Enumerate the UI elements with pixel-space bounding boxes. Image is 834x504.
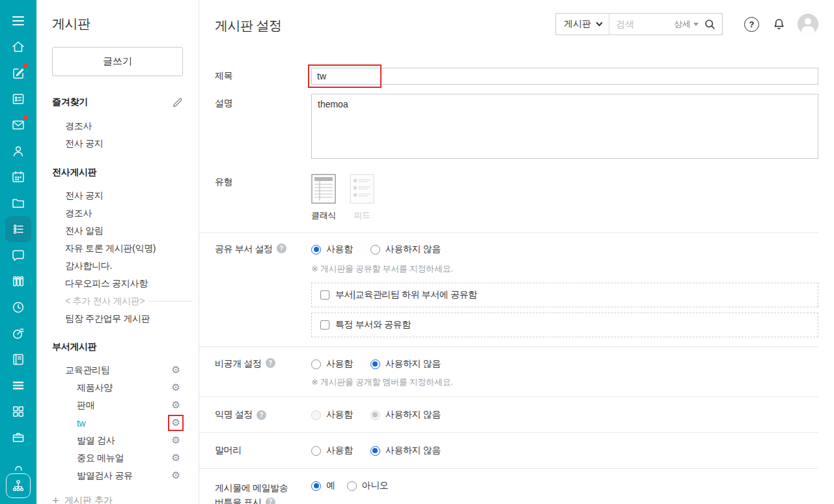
mail-icon[interactable] <box>5 112 31 138</box>
help-tooltip-icon[interactable]: ? <box>266 497 275 504</box>
board-item[interactable]: 경조사 <box>52 117 183 135</box>
help-tooltip-icon[interactable]: ? <box>266 358 275 368</box>
type-option-classic[interactable]: 클래식 <box>311 174 336 221</box>
checkbox-unchecked[interactable] <box>320 290 329 300</box>
approval-card-icon[interactable] <box>5 86 31 112</box>
field-label: 게시물에 메일발송 버튼을 표시 ? <box>215 480 311 504</box>
board-item[interactable]: 감사합니다. <box>52 257 183 275</box>
board-item[interactable]: 발열검사 공유 ⚙ <box>52 467 183 484</box>
field-mail-button-row: 게시물에 메일발송 버튼을 표시 ? 예 아니오 <box>199 469 818 504</box>
board-item[interactable]: 다우오피스 공지사항 <box>52 275 183 292</box>
help-icon[interactable]: ? <box>744 17 759 32</box>
notebook-icon[interactable] <box>5 346 31 372</box>
help-tooltip-icon[interactable]: ? <box>257 410 266 420</box>
hamburger-menu-icon[interactable] <box>5 8 31 34</box>
radio-unselected[interactable] <box>311 359 321 369</box>
board-item[interactable]: 경조사 <box>52 204 183 222</box>
gear-icon-highlighted[interactable]: ⚙ <box>171 418 180 428</box>
dept-boards-header: 부서게시판 <box>52 341 97 353</box>
home-icon[interactable] <box>5 34 31 60</box>
radio-option-yes[interactable]: 예 <box>311 480 335 492</box>
briefcase-icon[interactable] <box>5 425 31 451</box>
search-bar: 게시판 상세 <box>555 13 723 35</box>
field-label: 익명 설정 ? <box>215 409 311 421</box>
field-label: 말머리 <box>215 445 311 456</box>
classic-board-icon <box>311 174 336 204</box>
partial-arch-icon <box>14 464 23 471</box>
board-item[interactable]: 전사 알림 <box>52 222 183 240</box>
field-share-row: 공유 부서 설정 ? 사용함 사용하지 않음 ※ 게시판을 공유할 부서를 지정… <box>199 233 818 347</box>
board-list-icon[interactable] <box>5 216 31 242</box>
notifications-bell-icon[interactable] <box>771 17 786 32</box>
type-option-feed[interactable]: 피드 <box>350 174 374 221</box>
feed-board-icon <box>350 174 374 204</box>
gear-icon[interactable]: ⚙ <box>171 383 180 393</box>
compose-icon[interactable] <box>5 60 31 86</box>
radio-option-use[interactable]: 사용함 <box>311 358 353 370</box>
share-checkbox-row: 특정 부서와 공유함 <box>311 313 818 337</box>
board-item[interactable]: 팀장 주간업무 게시판 <box>52 310 183 328</box>
description-textarea[interactable]: themoa <box>311 94 818 159</box>
radio-option-not-use[interactable]: 사용하지 않음 <box>370 445 441 456</box>
org-chart-button[interactable] <box>6 473 31 498</box>
board-item[interactable]: 전사 공지 <box>52 135 183 152</box>
apps-grid-icon[interactable] <box>5 399 31 425</box>
radio-selected[interactable] <box>311 245 321 255</box>
radio-option-no[interactable]: 아니오 <box>347 480 389 492</box>
calendar-icon[interactable] <box>5 164 31 190</box>
gear-icon[interactable]: ⚙ <box>171 365 180 375</box>
checkbox-unchecked[interactable] <box>320 320 329 329</box>
chat-icon[interactable] <box>5 242 31 268</box>
notification-dot <box>23 63 28 68</box>
field-label: 비공개 설정 ? <box>215 358 311 388</box>
radio-option-not-use-disabled: 사용하지 않음 <box>370 409 441 421</box>
folder-icon[interactable] <box>5 190 31 216</box>
report-chart-icon[interactable] <box>5 320 31 346</box>
user-avatar[interactable] <box>798 14 818 35</box>
add-board-button[interactable]: + 게시판 추가 <box>52 494 183 504</box>
gear-icon[interactable]: ⚙ <box>171 400 180 410</box>
radio-selected[interactable] <box>370 359 380 369</box>
title-input[interactable] <box>311 68 818 85</box>
app-window: 게시판 글쓰기 즐겨찾기 경조사 전사 공지 전사게시판 전사 공지 경조사 전… <box>0 0 834 504</box>
clock-icon[interactable] <box>5 294 31 320</box>
radio-option-not-use[interactable]: 사용하지 않음 <box>370 244 441 255</box>
board-item[interactable]: 자유 토론 게시판(익명) <box>52 240 183 257</box>
write-post-button[interactable]: 글쓰기 <box>52 47 183 76</box>
contacts-icon[interactable] <box>5 138 31 164</box>
radio-option-not-use[interactable]: 사용하지 않음 <box>370 358 441 370</box>
search-icon[interactable] <box>704 19 716 30</box>
field-description-row: 설명 themoa <box>199 94 818 161</box>
board-item[interactable]: 중요 메뉴얼 ⚙ <box>52 449 183 467</box>
advanced-search-toggle[interactable]: 상세 <box>674 18 699 30</box>
board-item-team[interactable]: 교육관리팀 ⚙ <box>52 361 183 379</box>
radio-selected[interactable] <box>370 446 380 456</box>
field-note: ※ 게시판을 공유할 부서를 지정하세요. <box>311 263 818 275</box>
field-label: 제목 <box>215 70 311 82</box>
gear-icon[interactable]: ⚙ <box>171 436 180 445</box>
board-panel: 게시판 글쓰기 즐겨찾기 경조사 전사 공지 전사게시판 전사 공지 경조사 전… <box>36 0 199 504</box>
board-item-placeholder[interactable]: < 추가 전사 게시판> <box>52 292 183 310</box>
board-item[interactable]: 발열 검사 ⚙ <box>52 432 183 449</box>
notification-dot <box>23 115 28 120</box>
radio-option-use-disabled: 사용함 <box>311 409 353 421</box>
radio-unselected[interactable] <box>370 245 380 255</box>
radio-option-use[interactable]: 사용함 <box>311 445 353 456</box>
radio-selected[interactable] <box>311 481 321 491</box>
board-item[interactable]: 제품사양 ⚙ <box>52 379 183 397</box>
gear-icon[interactable]: ⚙ <box>171 453 180 463</box>
edit-favorites-icon[interactable] <box>172 96 183 109</box>
gear-icon[interactable]: ⚙ <box>171 471 180 481</box>
radio-unselected[interactable] <box>311 446 321 456</box>
search-input[interactable] <box>609 19 674 29</box>
radio-option-use[interactable]: 사용함 <box>311 244 353 255</box>
search-scope-select[interactable]: 게시판 <box>556 18 609 30</box>
board-item[interactable]: 전사 공지 <box>52 187 183 204</box>
lines-icon[interactable] <box>5 372 31 399</box>
board-item-active[interactable]: tw ⚙ <box>52 414 183 432</box>
field-prefix-row: 말머리 사용함 사용하지 않음 <box>199 433 818 469</box>
radio-unselected[interactable] <box>347 481 357 491</box>
help-tooltip-icon[interactable]: ? <box>277 244 286 253</box>
board-item[interactable]: 판매 ⚙ <box>52 397 183 414</box>
archive-books-icon[interactable] <box>5 268 31 294</box>
